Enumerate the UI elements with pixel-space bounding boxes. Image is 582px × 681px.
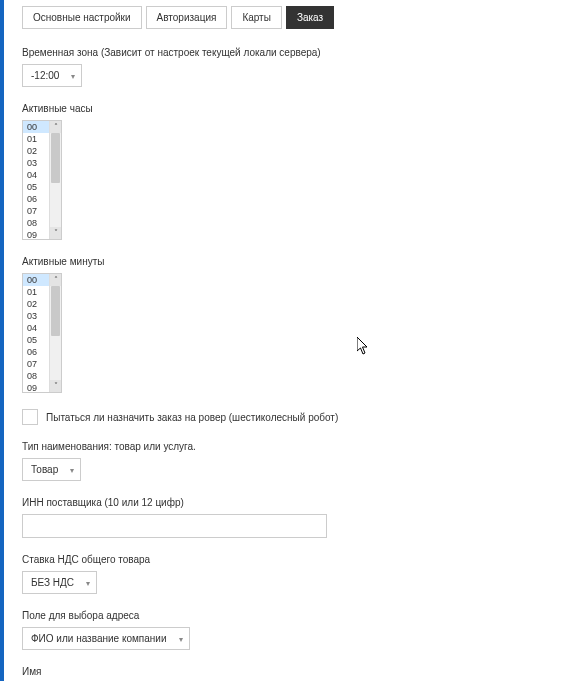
supplier-inn-label: ИНН поставщика (10 или 12 цифр) — [22, 497, 564, 508]
timezone-select[interactable]: -12:00 ▾ — [22, 64, 82, 87]
list-item[interactable]: 09 — [23, 229, 49, 239]
tab-0[interactable]: Основные настройки — [22, 6, 142, 29]
list-item[interactable]: 05 — [23, 334, 49, 346]
vat-rate-select[interactable]: БЕЗ НДС ▾ — [22, 571, 97, 594]
name-field-label: Имя — [22, 666, 564, 677]
chevron-down-icon: ▾ — [71, 71, 75, 80]
active-hours-group: Активные часы 0001020304050607080910 ˄ ˅ — [22, 103, 564, 240]
tab-1[interactable]: Авторизация — [146, 6, 228, 29]
scroll-up-icon[interactable]: ˄ — [50, 274, 61, 286]
address-field-value: ФИО или название компании — [31, 633, 167, 644]
timezone-value: -12:00 — [31, 70, 59, 81]
vat-rate-value: БЕЗ НДС — [31, 577, 74, 588]
content-area: Основные настройкиАвторизацияКартыЗаказ … — [4, 0, 582, 681]
supplier-inn-input[interactable] — [22, 514, 327, 538]
list-item[interactable]: 01 — [23, 133, 49, 145]
list-item[interactable]: 07 — [23, 205, 49, 217]
name-field-group: Имя — [22, 666, 564, 681]
list-item[interactable]: 06 — [23, 346, 49, 358]
scroll-down-icon[interactable]: ˅ — [50, 227, 61, 239]
list-item[interactable]: 06 — [23, 193, 49, 205]
active-minutes-listbox[interactable]: 0001020304050607080910 ˄ ˅ — [22, 273, 62, 393]
item-type-group: Тип наименования: товар или услуга. Това… — [22, 441, 564, 481]
scrollbar[interactable]: ˄ ˅ — [49, 274, 61, 392]
active-minutes-group: Активные минуты 0001020304050607080910 ˄… — [22, 256, 564, 393]
scroll-up-icon[interactable]: ˄ — [50, 121, 61, 133]
tab-2[interactable]: Карты — [231, 6, 282, 29]
address-field-group: Поле для выбора адреса ФИО или название … — [22, 610, 564, 650]
list-item[interactable]: 09 — [23, 382, 49, 392]
list-item[interactable]: 00 — [23, 121, 49, 133]
list-item[interactable]: 03 — [23, 157, 49, 169]
scroll-thumb[interactable] — [51, 133, 60, 183]
rover-assign-group: Пытаться ли назначить заказ на ровер (ше… — [22, 409, 564, 425]
active-hours-listbox[interactable]: 0001020304050607080910 ˄ ˅ — [22, 120, 62, 240]
list-item[interactable]: 01 — [23, 286, 49, 298]
list-item[interactable]: 03 — [23, 310, 49, 322]
address-field-select[interactable]: ФИО или название компании ▾ — [22, 627, 190, 650]
list-item[interactable]: 02 — [23, 145, 49, 157]
item-type-select[interactable]: Товар ▾ — [22, 458, 81, 481]
list-item[interactable]: 04 — [23, 169, 49, 181]
chevron-down-icon: ▾ — [70, 465, 74, 474]
address-field-label: Поле для выбора адреса — [22, 610, 564, 621]
vat-rate-label: Ставка НДС общего товара — [22, 554, 564, 565]
item-type-label: Тип наименования: товар или услуга. — [22, 441, 564, 452]
list-item[interactable]: 00 — [23, 274, 49, 286]
chevron-down-icon: ▾ — [86, 578, 90, 587]
scroll-down-icon[interactable]: ˅ — [50, 380, 61, 392]
item-type-value: Товар — [31, 464, 58, 475]
list-item[interactable]: 07 — [23, 358, 49, 370]
list-item[interactable]: 02 — [23, 298, 49, 310]
scrollbar[interactable]: ˄ ˅ — [49, 121, 61, 239]
vat-rate-group: Ставка НДС общего товара БЕЗ НДС ▾ — [22, 554, 564, 594]
list-item[interactable]: 05 — [23, 181, 49, 193]
supplier-inn-group: ИНН поставщика (10 или 12 цифр) — [22, 497, 564, 538]
active-minutes-label: Активные минуты — [22, 256, 564, 267]
rover-assign-checkbox[interactable] — [22, 409, 38, 425]
scroll-thumb[interactable] — [51, 286, 60, 336]
list-item[interactable]: 08 — [23, 370, 49, 382]
rover-assign-label: Пытаться ли назначить заказ на ровер (ше… — [46, 412, 338, 423]
chevron-down-icon: ▾ — [179, 634, 183, 643]
timezone-group: Временная зона (Зависит от настроек теку… — [22, 47, 564, 87]
tab-3[interactable]: Заказ — [286, 6, 334, 29]
list-item[interactable]: 04 — [23, 322, 49, 334]
list-item[interactable]: 08 — [23, 217, 49, 229]
tabs: Основные настройкиАвторизацияКартыЗаказ — [22, 6, 564, 29]
active-hours-label: Активные часы — [22, 103, 564, 114]
timezone-label: Временная зона (Зависит от настроек теку… — [22, 47, 564, 58]
